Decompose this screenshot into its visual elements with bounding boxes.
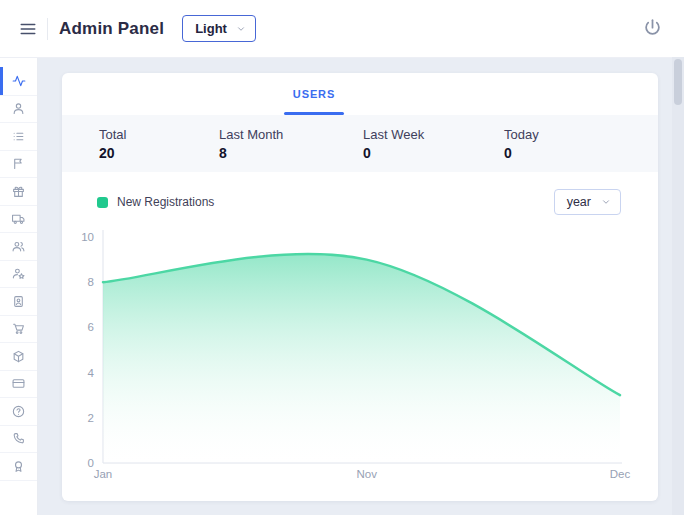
help-icon bbox=[12, 405, 25, 418]
registrations-area-chart: 0246810JanNovDec bbox=[62, 226, 658, 482]
tab-users-label: USERS bbox=[293, 88, 335, 100]
stat-today: Today0 bbox=[504, 127, 658, 161]
stat-last-week-value: 0 bbox=[363, 145, 504, 161]
svg-text:4: 4 bbox=[88, 367, 95, 379]
list-icon bbox=[12, 130, 25, 143]
gift-icon bbox=[12, 185, 25, 198]
user-badge-icon bbox=[12, 295, 25, 308]
user-icon bbox=[12, 102, 25, 115]
stat-last-week-label: Last Week bbox=[363, 127, 504, 142]
scrollbar-thumb[interactable] bbox=[674, 59, 682, 105]
tab-users[interactable]: USERS bbox=[291, 73, 337, 115]
user-star-icon bbox=[12, 267, 25, 280]
truck-icon bbox=[12, 212, 25, 225]
sidebar-item-list[interactable] bbox=[0, 123, 37, 151]
power-icon bbox=[642, 18, 668, 39]
sidebar-item-package[interactable] bbox=[0, 343, 37, 371]
svg-text:10: 10 bbox=[81, 231, 94, 243]
stat-total: Total20 bbox=[99, 127, 219, 161]
sidebar-item-user-star[interactable] bbox=[0, 261, 37, 289]
sidebar-item-credit-card[interactable] bbox=[0, 371, 37, 399]
stat-last-week: Last Week0 bbox=[363, 127, 504, 161]
award-icon bbox=[12, 460, 25, 473]
users-icon bbox=[12, 240, 25, 253]
app-header: Admin Panel Light bbox=[0, 0, 684, 58]
stat-last-month-label: Last Month bbox=[219, 127, 363, 142]
stat-total-value: 20 bbox=[99, 145, 219, 161]
theme-selector-value: Light bbox=[195, 21, 227, 36]
sidebar bbox=[0, 57, 38, 515]
stat-today-value: 0 bbox=[504, 145, 658, 161]
range-selector[interactable]: year bbox=[554, 189, 621, 215]
sidebar-item-activity[interactable] bbox=[0, 68, 37, 96]
stat-total-label: Total bbox=[99, 127, 219, 142]
svg-text:Nov: Nov bbox=[356, 468, 377, 480]
sidebar-item-user-badge[interactable] bbox=[0, 288, 37, 316]
legend-swatch bbox=[97, 197, 108, 208]
activity-icon bbox=[12, 74, 26, 88]
svg-text:6: 6 bbox=[88, 321, 94, 333]
svg-text:8: 8 bbox=[88, 276, 94, 288]
stat-last-month-value: 8 bbox=[219, 145, 363, 161]
svg-text:Jan: Jan bbox=[94, 468, 113, 480]
cart-icon bbox=[12, 322, 25, 335]
logout-button[interactable] bbox=[642, 16, 668, 42]
users-card: USERS Total20Last Month8Last Week0Today0… bbox=[62, 73, 658, 501]
hamburger-menu-icon[interactable] bbox=[18, 19, 38, 39]
range-selector-value: year bbox=[567, 195, 591, 209]
chevron-down-icon bbox=[236, 24, 246, 34]
header-divider bbox=[47, 18, 48, 40]
chart-header: New Registrations year bbox=[62, 188, 658, 216]
stat-last-month: Last Month8 bbox=[219, 127, 363, 161]
sidebar-item-user[interactable] bbox=[0, 96, 37, 124]
credit-card-icon bbox=[12, 377, 25, 390]
sidebar-item-gift[interactable] bbox=[0, 178, 37, 206]
sidebar-item-truck[interactable] bbox=[0, 206, 37, 234]
theme-selector[interactable]: Light bbox=[182, 15, 256, 42]
sidebar-item-phone[interactable] bbox=[0, 426, 37, 454]
sidebar-item-cart[interactable] bbox=[0, 316, 37, 344]
chart-legend: New Registrations bbox=[97, 195, 214, 209]
stats-row: Total20Last Month8Last Week0Today0 bbox=[62, 115, 658, 172]
svg-text:Dec: Dec bbox=[610, 468, 631, 480]
flag-icon bbox=[12, 157, 25, 170]
sidebar-item-users-group[interactable] bbox=[0, 233, 37, 261]
chevron-down-icon bbox=[601, 197, 611, 207]
scrollbar[interactable] bbox=[672, 57, 684, 515]
package-icon bbox=[12, 350, 25, 363]
phone-icon bbox=[12, 432, 25, 445]
page-title: Admin Panel bbox=[59, 19, 164, 39]
sidebar-item-award[interactable] bbox=[0, 453, 37, 481]
tab-bar: USERS bbox=[62, 73, 658, 115]
svg-text:2: 2 bbox=[88, 412, 94, 424]
sidebar-item-flag[interactable] bbox=[0, 151, 37, 179]
stat-today-label: Today bbox=[504, 127, 658, 142]
sidebar-item-help[interactable] bbox=[0, 398, 37, 426]
legend-label: New Registrations bbox=[117, 195, 214, 209]
hamburger-menu-icon bbox=[19, 20, 37, 38]
